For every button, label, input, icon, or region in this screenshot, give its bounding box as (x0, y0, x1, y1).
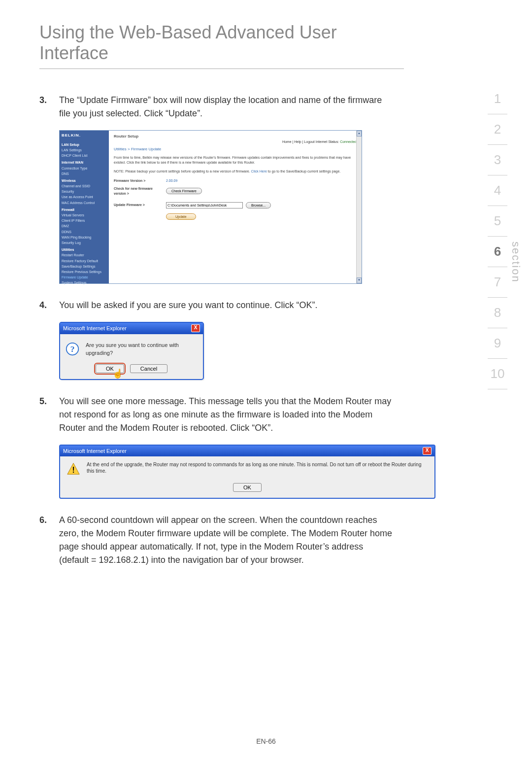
sidebar-item[interactable]: Restore Factory Default (62, 258, 107, 264)
sidebar-item[interactable]: DHCP Client List (62, 153, 107, 158)
sidebar-item[interactable]: Restore Previous Settings (62, 269, 107, 275)
router-sidebar: BELKIN. LAN SetupLAN SettingsDHCP Client… (60, 131, 109, 283)
breadcrumb: Utilities > Firmware Update (114, 146, 357, 152)
firmware-description: From time to time, Belkin may release ne… (114, 155, 357, 165)
warning-icon: ! (66, 461, 81, 476)
router-main-pane: Router Setup Home | Help | Logout Intern… (109, 131, 362, 283)
browse-button[interactable]: Browse... (246, 202, 271, 208)
confirm-upgrade-dialog: Microsoft Internet Explorer X ? Are you … (59, 322, 204, 380)
page-title: Using the Web-Based Advanced User Interf… (39, 22, 404, 69)
firmware-version-value: 2.00.09 (166, 178, 177, 183)
sidebar-item[interactable]: Channel and SSID (62, 183, 107, 189)
firmware-version-label: Firmware Version > (114, 178, 163, 183)
sidebar-item[interactable]: Client IP Filters (62, 218, 107, 223)
status-prefix: Home | Help | Logout Internet Status: (282, 140, 339, 143)
sidebar-category: Firewall (62, 207, 107, 212)
scroll-up-arrow[interactable]: ▲ (357, 131, 362, 137)
svg-text:?: ? (70, 344, 75, 354)
internet-status-value: Connected (340, 140, 357, 143)
sidebar-category: Utilities (62, 247, 107, 252)
sidebar-item[interactable]: Restart Router (62, 252, 107, 258)
check-firmware-button[interactable]: Check Firmware (166, 188, 202, 194)
page-number: EN-66 (0, 737, 532, 745)
update-button[interactable]: Update (166, 213, 196, 220)
section-nav-7[interactable]: 7 (488, 267, 507, 298)
section-nav: 12345678910 (488, 84, 507, 389)
sidebar-item[interactable]: DMZ (62, 223, 107, 229)
cursor-hand-icon: ☝ (112, 367, 123, 380)
sidebar-category: Internet WAN (62, 160, 107, 165)
step-3-text: The “Update Firmware” box will now displ… (59, 94, 394, 120)
step-3-number: 3. (39, 94, 59, 120)
section-nav-6[interactable]: 6 (488, 237, 507, 267)
sidebar-category: Wireless (62, 178, 107, 183)
scrollbar[interactable]: ▲ ▼ (356, 131, 362, 283)
sidebar-item[interactable]: Security (62, 189, 107, 194)
close-icon[interactable]: X (423, 447, 432, 455)
sidebar-item[interactable]: MAC Address Control (62, 200, 107, 206)
upgrade-warning-dialog: Microsoft Internet Explorer X ! At the e… (59, 445, 435, 499)
step-4-text: You will be asked if you are sure you wa… (59, 299, 394, 312)
sidebar-item[interactable]: WAN Ping Blocking (62, 235, 107, 240)
sidebar-category: LAN Setup (62, 142, 107, 147)
sidebar-item[interactable]: Firmware Update (62, 275, 107, 280)
sidebar-item[interactable]: Use as Access Point (62, 194, 107, 200)
section-nav-10[interactable]: 10 (488, 359, 507, 389)
close-icon[interactable]: X (191, 324, 200, 332)
section-label: section (509, 242, 522, 283)
section-nav-3[interactable]: 3 (488, 145, 507, 175)
firmware-file-input[interactable] (166, 202, 243, 208)
backup-settings-link[interactable]: Click Here (251, 170, 267, 173)
step-5-text: You will see one more message. This mess… (59, 395, 394, 435)
warning-msg: At the end of the upgrade, the Router ma… (87, 461, 429, 474)
dialog-titlebar[interactable]: Microsoft Internet Explorer X (60, 446, 434, 457)
svg-text:!: ! (72, 466, 74, 474)
dialog-title: Microsoft Internet Explorer (63, 447, 127, 455)
confirm-msg: Are you sure you want to continue with u… (86, 341, 198, 357)
section-nav-4[interactable]: 4 (488, 175, 507, 206)
router-setup-title: Router Setup (114, 134, 357, 139)
sidebar-item[interactable]: DDNS (62, 229, 107, 235)
sidebar-item[interactable]: Connection Type (62, 166, 107, 171)
step-6-text: A 60-second countdown will appear on the… (59, 514, 394, 567)
step-4-number: 4. (39, 299, 59, 312)
dialog-title: Microsoft Internet Explorer (63, 324, 127, 333)
firmware-backup-note: NOTE: Please backup your current setting… (114, 169, 357, 174)
router-setup-screenshot: BELKIN. LAN SetupLAN SettingsDHCP Client… (59, 130, 362, 284)
sidebar-item[interactable]: Save/Backup Settings (62, 264, 107, 269)
sidebar-item[interactable]: Virtual Servers (62, 212, 107, 218)
section-nav-8[interactable]: 8 (488, 298, 507, 328)
sidebar-item[interactable]: LAN Settings (62, 147, 107, 153)
check-firmware-label: Check for new firmware version > (114, 186, 163, 196)
scroll-down-arrow[interactable]: ▼ (357, 277, 362, 283)
belkin-logo: BELKIN. (62, 133, 107, 139)
ok-button[interactable]: OK (233, 483, 262, 492)
update-firmware-label: Update Firmware > (114, 203, 163, 207)
dialog-titlebar[interactable]: Microsoft Internet Explorer X (60, 323, 203, 334)
section-nav-5[interactable]: 5 (488, 206, 507, 237)
sidebar-item[interactable]: System Settings (62, 280, 107, 285)
section-nav-9[interactable]: 9 (488, 328, 507, 359)
sidebar-item[interactable]: DNS (62, 171, 107, 176)
cancel-button[interactable]: Cancel (130, 364, 167, 373)
question-icon: ? (65, 342, 80, 356)
section-nav-1[interactable]: 1 (488, 84, 507, 114)
step-6-number: 6. (39, 514, 59, 567)
sidebar-item[interactable]: Security Log (62, 240, 107, 245)
section-nav-2[interactable]: 2 (488, 114, 507, 145)
step-5-number: 5. (39, 395, 59, 435)
router-status-bar: Home | Help | Logout Internet Status: Co… (282, 139, 357, 145)
